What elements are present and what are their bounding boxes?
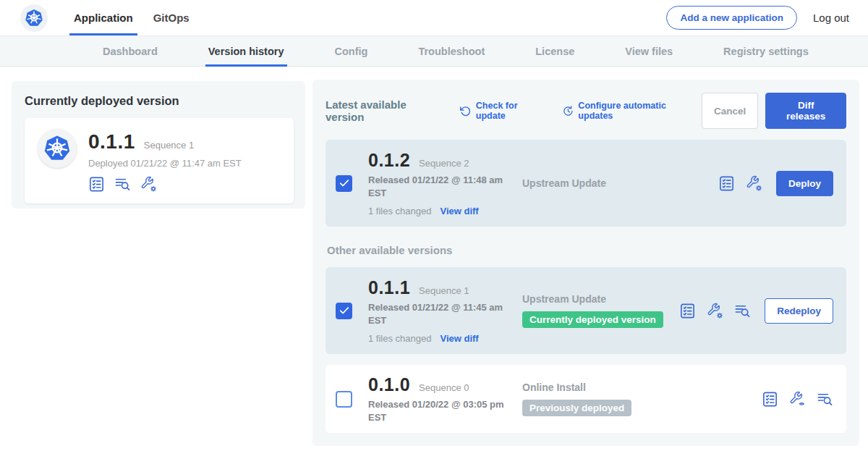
currently-deployed-panel: Currently deployed version 0.1.1 Sequenc… (12, 81, 305, 209)
logs-icon[interactable] (114, 176, 131, 193)
released-timestamp: Released 01/20/22 @ 03:05 pm EST (368, 398, 507, 424)
view-diff-link[interactable]: View diff (440, 333, 478, 344)
version-checkbox[interactable] (336, 303, 352, 319)
version-row-0-1-1: 0.1.1 Sequence 1 Released 01/21/22 @ 11:… (326, 267, 846, 354)
deployed-panel-title: Currently deployed version (25, 94, 294, 108)
version-row-0-1-0: 0.1.0 Sequence 0 Released 01/20/22 @ 03:… (326, 365, 846, 433)
deployed-timestamp: Deployed 01/21/22 @ 11:47 am EST (88, 158, 242, 169)
version-checkbox[interactable] (336, 175, 352, 192)
diff-releases-button[interactable]: Diff releases (765, 93, 846, 129)
deployed-sequence: Sequence 1 (144, 140, 194, 151)
released-timestamp: Released 01/21/22 @ 11:48 am EST (368, 174, 507, 199)
subnav-dashboard[interactable]: Dashboard (100, 36, 161, 66)
top-header: Application GitOps Add a new application… (0, 0, 868, 36)
refresh-icon (459, 105, 472, 117)
available-versions-panel: Latest available version Check for updat… (312, 80, 859, 446)
config-edit-icon[interactable] (140, 176, 157, 193)
preflight-checklist-icon[interactable] (88, 176, 105, 193)
version-sequence: Sequence 2 (419, 158, 469, 169)
subnav-version-history[interactable]: Version history (205, 36, 287, 66)
logs-icon[interactable] (734, 303, 751, 319)
version-source: Upstream Update (522, 293, 679, 305)
logout-link[interactable]: Log out (813, 12, 849, 24)
check-for-update-link[interactable]: Check for update (459, 101, 549, 121)
version-number: 0.1.2 (368, 150, 410, 171)
subnav-license[interactable]: License (532, 36, 577, 66)
auto-update-icon (562, 105, 574, 117)
preflight-checklist-icon[interactable] (718, 175, 735, 192)
view-diff-link[interactable]: View diff (440, 206, 478, 216)
tab-gitops[interactable]: GitOps (143, 0, 200, 35)
previously-deployed-badge: Previously deployed (522, 400, 631, 416)
subnav-troubleshoot[interactable]: Troubleshoot (415, 36, 488, 66)
kubernetes-app-icon (38, 129, 77, 168)
version-source: Online Install (522, 382, 762, 393)
version-number: 0.1.0 (368, 374, 410, 395)
add-new-application-button[interactable]: Add a new application (666, 6, 797, 30)
version-checkbox[interactable] (336, 391, 352, 408)
preflight-checklist-icon[interactable] (679, 303, 696, 319)
config-edit-icon[interactable] (746, 175, 762, 192)
version-row-0-1-2: 0.1.2 Sequence 2 Released 01/21/22 @ 11:… (326, 140, 846, 227)
version-number: 0.1.1 (368, 277, 410, 298)
subnav-registry-settings[interactable]: Registry settings (720, 36, 812, 66)
configure-automatic-updates-link[interactable]: Configure automatic updates (562, 101, 702, 121)
version-source: Upstream Update (522, 177, 718, 189)
config-edit-icon[interactable] (707, 303, 723, 319)
deployed-version-card: 0.1.1 Sequence 1 Deployed 01/21/22 @ 11:… (25, 118, 294, 203)
deployed-version-number: 0.1.1 (88, 130, 135, 153)
latest-available-title: Latest available version (326, 98, 446, 123)
cancel-button[interactable]: Cancel (702, 93, 758, 129)
version-sequence: Sequence 0 (419, 382, 469, 393)
other-versions-label: Other available versions (327, 244, 846, 256)
deploy-button[interactable]: Deploy (776, 171, 833, 196)
currently-deployed-badge: Currently deployed version (522, 311, 663, 328)
app-subnav: Dashboard Version history Config Trouble… (0, 36, 868, 67)
version-sequence: Sequence 1 (419, 285, 469, 296)
files-changed-label: 1 files changed (368, 206, 431, 216)
subnav-config[interactable]: Config (332, 36, 371, 66)
files-changed-label: 1 files changed (368, 333, 431, 344)
subnav-view-files[interactable]: View files (622, 36, 676, 66)
preflight-checklist-icon[interactable] (762, 391, 778, 408)
app-tabs: Application GitOps (64, 0, 200, 35)
kubernetes-logo (20, 4, 48, 32)
config-view-icon[interactable] (789, 391, 806, 408)
released-timestamp: Released 01/21/22 @ 11:45 am EST (368, 301, 507, 327)
tab-application[interactable]: Application (64, 0, 143, 35)
redeploy-button[interactable]: Redeploy (765, 298, 833, 324)
logs-icon[interactable] (817, 391, 833, 408)
